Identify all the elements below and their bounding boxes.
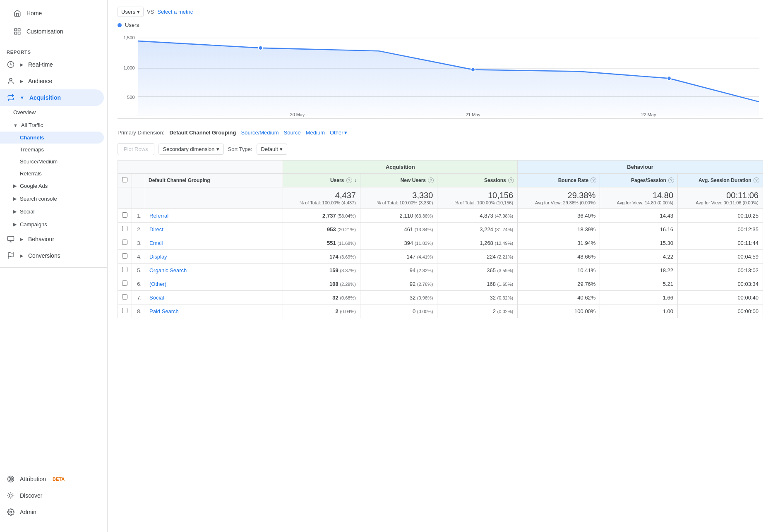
row-checkbox-4[interactable] xyxy=(122,267,127,272)
dim-link-medium[interactable]: Medium xyxy=(306,129,325,136)
sidebar-item-admin[interactable]: Admin xyxy=(0,504,104,520)
channel-link-4[interactable]: Organic Search xyxy=(149,267,187,273)
row-checkbox-0[interactable] xyxy=(122,212,127,218)
row-bounce-rate-cell-0: 36.40% xyxy=(518,209,600,223)
th-pages-session[interactable]: Pages/Session ? xyxy=(600,174,678,187)
table-row: 8. Paid Search 2 (0.04%) 0 (0.00%) 2 (0.… xyxy=(118,304,763,318)
sidebar-item-treemaps[interactable]: Treemaps xyxy=(0,144,104,156)
select-metric-link[interactable]: Select a metric xyxy=(157,9,193,15)
th-sessions[interactable]: Sessions ? xyxy=(437,174,518,187)
channel-link-1[interactable]: Direct xyxy=(149,226,163,232)
row-checkbox-6[interactable] xyxy=(122,294,127,300)
sidebar: Home Customisation REPORTS ▶ Real-time ▶… xyxy=(0,0,108,532)
row-checkbox-5[interactable] xyxy=(122,280,127,286)
row-new-users-cell-3: 147 (4.41%) xyxy=(360,250,437,264)
row-checkbox-cell[interactable] xyxy=(118,277,132,291)
sidebar-item-acquisition[interactable]: ▼ Acquisition xyxy=(0,89,104,106)
sidebar-item-referrals[interactable]: Referrals xyxy=(0,168,104,180)
select-all-checkbox[interactable] xyxy=(122,177,127,182)
row-checkbox-2[interactable] xyxy=(122,240,127,245)
dim-link-source-medium[interactable]: Source/Medium xyxy=(241,129,278,136)
sort-type-select[interactable]: Default ▾ xyxy=(257,144,287,155)
channel-link-5[interactable]: (Other) xyxy=(149,281,166,287)
channel-link-2[interactable]: Email xyxy=(149,240,163,246)
sidebar-item-realtime[interactable]: ▶ Real-time xyxy=(0,56,104,73)
row-channel-cell-0[interactable]: Referral xyxy=(145,209,283,223)
th-checkbox xyxy=(118,174,132,187)
sidebar-item-source-medium[interactable]: Source/Medium xyxy=(0,156,104,168)
total-users-cell: 4,437 % of Total: 100.00% (4,437) xyxy=(283,187,360,209)
sidebar-label-customisation: Customisation xyxy=(26,28,63,35)
channel-link-6[interactable]: Social xyxy=(149,295,164,301)
sidebar-label-realtime: Real-time xyxy=(28,61,53,68)
row-bounce-rate-cell-2: 31.94% xyxy=(518,236,600,250)
clock-icon xyxy=(7,60,15,69)
row-checkbox-3[interactable] xyxy=(122,253,127,259)
dim-link-source[interactable]: Source xyxy=(284,129,301,136)
sidebar-item-channels[interactable]: Channels xyxy=(0,132,104,144)
total-channel-cell xyxy=(145,187,283,209)
row-checkbox-7[interactable] xyxy=(122,308,127,313)
legend-label: Users xyxy=(125,22,139,28)
secondary-dim-arrow-icon: ▾ xyxy=(216,146,219,152)
row-channel-cell-5[interactable]: (Other) xyxy=(145,277,283,291)
secondary-dimension-select[interactable]: Secondary dimension ▾ xyxy=(158,144,224,155)
channel-link-3[interactable]: Display xyxy=(149,254,167,260)
row-users-cell-4: 159 (3.37%) xyxy=(283,264,360,277)
row-checkbox-cell[interactable] xyxy=(118,209,132,223)
row-avg-duration-cell-5: 00:03:34 xyxy=(678,277,763,291)
th-users[interactable]: Users ? ↓ xyxy=(283,174,360,187)
other-label: Other xyxy=(330,129,343,136)
sidebar-item-search-console[interactable]: ▶ Search console xyxy=(0,192,104,205)
row-channel-cell-6[interactable]: Social xyxy=(145,291,283,304)
other-dropdown[interactable]: Other ▾ xyxy=(330,129,347,136)
row-checkbox-cell[interactable] xyxy=(118,304,132,318)
sidebar-item-discover[interactable]: Discover xyxy=(0,487,104,504)
sidebar-item-social[interactable]: ▶ Social xyxy=(0,205,104,218)
sidebar-label-campaigns: Campaigns xyxy=(20,221,47,228)
row-users-cell-1: 953 (20.21%) xyxy=(283,223,360,236)
row-checkbox-cell[interactable] xyxy=(118,264,132,277)
metric-dropdown[interactable]: Users ▾ xyxy=(118,7,144,17)
row-checkbox-cell[interactable] xyxy=(118,236,132,250)
th-avg-duration[interactable]: Avg. Session Duration ? xyxy=(678,174,763,187)
row-checkbox-1[interactable] xyxy=(122,226,127,231)
expand-arrow-behaviour: ▶ xyxy=(20,237,23,242)
channel-link-7[interactable]: Paid Search xyxy=(149,308,179,314)
th-avg-duration-label: Avg. Session Duration xyxy=(699,177,751,183)
row-channel-cell-1[interactable]: Direct xyxy=(145,223,283,236)
row-channel-cell-3[interactable]: Display xyxy=(145,250,283,264)
table-row: 1. Referral 2,737 (58.04%) 2,110 (63.36%… xyxy=(118,209,763,223)
sidebar-item-audience[interactable]: ▶ Audience xyxy=(0,73,104,89)
row-channel-cell-4[interactable]: Organic Search xyxy=(145,264,283,277)
sidebar-item-google-ads[interactable]: ▶ Google Ads xyxy=(0,180,104,192)
plot-rows-button[interactable]: Plot Rows xyxy=(118,143,154,155)
svg-text:20 May: 20 May xyxy=(290,112,305,117)
primary-dim-label: Primary Dimension: xyxy=(118,129,164,136)
sidebar-item-behaviour[interactable]: ▶ Behaviour xyxy=(0,231,104,247)
row-channel-cell-7[interactable]: Paid Search xyxy=(145,304,283,318)
th-new-users[interactable]: New Users ? xyxy=(360,174,437,187)
expand-arrow-social: ▶ xyxy=(13,209,17,214)
row-avg-duration-cell-2: 00:11:44 xyxy=(678,236,763,250)
row-pages-session-cell-3: 4.22 xyxy=(600,250,678,264)
row-bounce-rate-cell-1: 18.39% xyxy=(518,223,600,236)
sidebar-item-campaigns[interactable]: ▶ Campaigns xyxy=(0,218,104,231)
channel-link-0[interactable]: Referral xyxy=(149,213,168,219)
th-pages-session-label: Pages/Session xyxy=(631,177,666,183)
sidebar-label-admin: Admin xyxy=(20,509,36,515)
row-channel-cell-2[interactable]: Email xyxy=(145,236,283,250)
row-checkbox-cell[interactable] xyxy=(118,223,132,236)
sidebar-item-customisation[interactable]: Customisation xyxy=(7,23,97,40)
th-bounce-rate[interactable]: Bounce Rate ? xyxy=(518,174,600,187)
sidebar-label-behaviour: Behaviour xyxy=(28,236,54,242)
row-checkbox-cell[interactable] xyxy=(118,291,132,304)
sidebar-item-all-traffic[interactable]: ▼ All Traffic xyxy=(0,119,104,132)
row-checkbox-cell[interactable] xyxy=(118,250,132,264)
sidebar-item-conversions[interactable]: ▶ Conversions xyxy=(0,247,104,264)
sidebar-item-home[interactable]: Home xyxy=(7,5,97,22)
sidebar-item-overview[interactable]: Overview xyxy=(0,106,104,119)
expand-arrow-google-ads: ▶ xyxy=(13,183,17,189)
chart-area: Users ▾ VS Select a metric Users 1,500 1… xyxy=(118,0,763,119)
sidebar-item-attribution[interactable]: Attribution BETA xyxy=(0,471,104,487)
